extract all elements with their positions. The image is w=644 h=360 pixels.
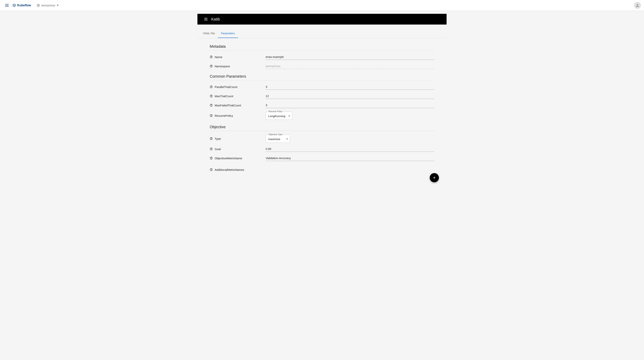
katib-title: Katib: [211, 17, 220, 22]
label-max-trial-count: MaxTrialCount: [215, 94, 233, 98]
input-max-failed-trial-count[interactable]: [266, 102, 434, 108]
user-avatar[interactable]: [634, 2, 641, 9]
select-objective-type-value: maximize: [268, 138, 280, 141]
row-additional-metric-names: AdditionalMetricNames: [210, 166, 434, 174]
label-objective-metric-name: ObjectiveMetricName: [215, 156, 242, 160]
row-objective-metric-name: ObjectiveMetricName: [210, 154, 434, 162]
float-label-objective-type: Objective Type: [268, 133, 283, 136]
section-common-parameters: Common Parameters: [210, 74, 434, 80]
svg-point-3: [637, 4, 638, 5]
label-name: Name: [215, 56, 222, 59]
label-goal: Goal: [215, 148, 221, 151]
row-name: Name: [210, 53, 434, 61]
svg-point-24: [211, 159, 211, 159]
input-goal[interactable]: [266, 146, 434, 152]
section-objective: Objective: [210, 124, 434, 131]
svg-point-22: [211, 150, 211, 150]
row-parallel-trial-count: ParallelTrialCount: [210, 82, 434, 91]
row-objective-type: Type Objective Type maximize: [210, 133, 434, 144]
katib-header: Katib: [198, 14, 446, 24]
row-goal: Goal: [210, 145, 434, 153]
help-icon[interactable]: [210, 64, 213, 68]
plus-icon: +: [433, 175, 436, 180]
tab-bar: YAML File Parameters: [198, 29, 446, 38]
row-resume-policy: ResumePolicy Resume Policy LongRunning: [210, 110, 434, 121]
help-icon[interactable]: [210, 168, 213, 171]
label-objective-type: Type: [215, 137, 221, 140]
person-icon: [636, 3, 640, 8]
label-max-failed-trial-count: MaxFailedTrialCount: [215, 104, 241, 107]
caret-down-icon: [286, 137, 288, 140]
kubeflow-logo[interactable]: Kubeflow: [12, 4, 31, 7]
input-objective-metric-name[interactable]: [266, 155, 434, 161]
help-icon[interactable]: [210, 104, 213, 107]
help-icon[interactable]: [210, 156, 213, 160]
svg-point-16: [211, 106, 211, 106]
hamburger-icon: [4, 3, 9, 8]
namespace-selector[interactable]: anonymous: [37, 4, 59, 7]
svg-point-14: [211, 96, 211, 97]
kubeflow-icon: [12, 4, 16, 7]
katib-menu-button[interactable]: [202, 15, 210, 23]
label-additional-metric-names: AdditionalMetricNames: [215, 168, 244, 171]
row-max-failed-trial-count: MaxFailedTrialCount: [210, 101, 434, 110]
select-resume-policy-value: LongRunning: [268, 114, 285, 118]
float-label-resume-policy: Resume Policy: [268, 110, 283, 112]
top-app-bar: Kubeflow anonymous: [0, 0, 644, 11]
label-parallel-trial-count: ParallelTrialCount: [215, 85, 238, 88]
help-icon[interactable]: [210, 94, 213, 98]
form-area: Metadata Name Namespace Common Parameter…: [198, 38, 446, 186]
cube-icon: [37, 4, 40, 7]
row-namespace: Namespace: [210, 62, 434, 70]
main-menu-button[interactable]: [3, 2, 11, 9]
hamburger-icon: [204, 17, 208, 21]
svg-point-10: [211, 67, 211, 67]
section-metadata: Metadata: [210, 44, 434, 50]
select-objective-type[interactable]: Objective Type maximize: [266, 134, 290, 143]
help-icon[interactable]: [210, 85, 213, 88]
namespace-text: anonymous: [42, 4, 55, 7]
input-namespace: [266, 63, 434, 69]
input-max-trial-count[interactable]: [266, 93, 434, 99]
page-container: Katib YAML File Parameters Metadata Name…: [198, 14, 446, 186]
add-fab-button[interactable]: +: [430, 173, 439, 182]
help-icon[interactable]: [210, 56, 213, 58]
label-namespace: Namespace: [215, 64, 230, 68]
help-icon[interactable]: [210, 114, 213, 117]
row-max-trial-count: MaxTrialCount: [210, 92, 434, 100]
caret-down-icon: [57, 5, 59, 6]
help-icon[interactable]: [210, 148, 213, 150]
label-resume-policy: ResumePolicy: [215, 114, 233, 117]
input-name[interactable]: [266, 54, 434, 60]
caret-down-icon: [288, 114, 290, 117]
svg-point-26: [211, 170, 211, 170]
input-parallel-trial-count[interactable]: [266, 84, 434, 90]
select-resume-policy[interactable]: Resume Policy LongRunning: [266, 112, 292, 120]
svg-point-8: [211, 58, 211, 58]
help-icon[interactable]: [210, 137, 213, 140]
tab-yaml-file[interactable]: YAML File: [200, 29, 218, 38]
brand-text: Kubeflow: [17, 4, 31, 7]
tab-parameters[interactable]: Parameters: [218, 29, 238, 38]
